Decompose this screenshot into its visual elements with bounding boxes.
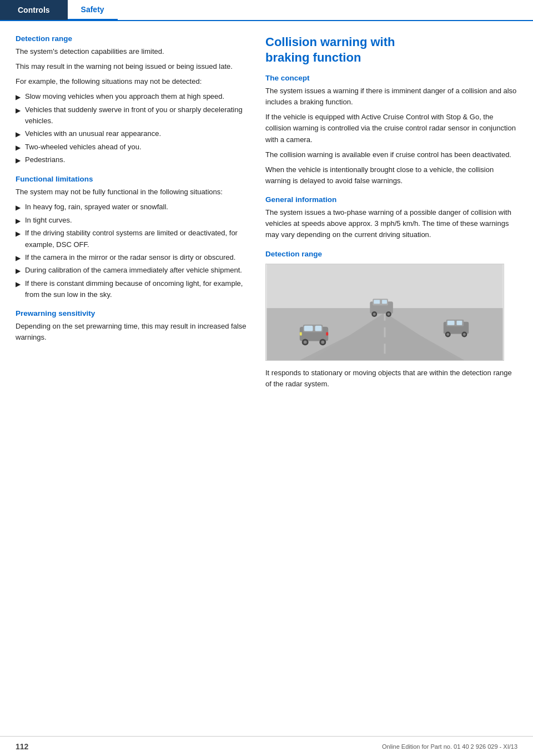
right-column: Collision warning with braking function …	[265, 34, 517, 394]
func-limits-p1: The system may not be fully functional i…	[16, 187, 249, 198]
bullet-arrow-icon: ▶	[16, 129, 21, 140]
svg-rect-26	[457, 320, 462, 325]
list-item: ▶If there is constant dimming because of…	[16, 278, 249, 300]
top-nav: Controls Safety	[0, 0, 533, 21]
bullet-arrow-icon: ▶	[16, 105, 21, 116]
detection-range-heading-right: Detection range	[265, 250, 517, 258]
bullet-arrow-icon: ▶	[16, 229, 21, 239]
detection-range-bullets: ▶Slow moving vehicles when you approach …	[16, 91, 249, 166]
detection-range-p3: For example, the following situations ma…	[16, 76, 249, 87]
list-item: ▶Pedestrians.	[16, 154, 249, 166]
detection-range-p1-right: It responds to stationary or moving obje…	[265, 367, 517, 390]
list-item: ▶If the driving stability control system…	[16, 228, 249, 250]
svg-rect-18	[382, 300, 387, 304]
detection-range-image	[265, 264, 504, 361]
footer-text: Online Edition for Part no. 01 40 2 926 …	[382, 743, 517, 750]
general-info-heading: General information	[265, 195, 517, 204]
detection-range-p2: This may result in the warning not being…	[16, 61, 249, 72]
svg-rect-25	[447, 320, 455, 325]
list-item: ▶In heavy fog, rain, sprayed water or sn…	[16, 201, 249, 213]
bullet-arrow-icon: ▶	[16, 203, 21, 213]
detection-range-svg	[266, 264, 504, 360]
concept-p3: The collision warning is available even …	[265, 149, 517, 160]
func-limits-bullets: ▶In heavy fog, rain, sprayed water or sn…	[16, 201, 249, 300]
bullet-arrow-icon: ▶	[16, 266, 21, 276]
svg-point-12	[321, 340, 324, 344]
list-item: ▶In tight curves.	[16, 215, 249, 226]
bullet-arrow-icon: ▶	[16, 143, 21, 153]
svg-rect-13	[300, 332, 302, 335]
svg-point-20	[373, 313, 376, 315]
list-item: ▶During calibration of the camera immedi…	[16, 265, 249, 276]
tab-controls[interactable]: Controls	[0, 0, 68, 20]
svg-rect-8	[315, 325, 321, 331]
concept-p2: If the vehicle is equipped with Active C…	[265, 112, 517, 145]
list-item: ▶Vehicles with an unusual rear appearanc…	[16, 128, 249, 140]
concept-heading: The concept	[265, 74, 517, 82]
svg-point-30	[463, 333, 466, 336]
content-area: Detection range The system's detection c…	[0, 21, 533, 416]
detection-range-heading-left: Detection range	[16, 34, 249, 43]
svg-point-10	[304, 340, 307, 344]
bullet-arrow-icon: ▶	[16, 216, 21, 226]
concept-p4: When the vehicle is intentionally brough…	[265, 164, 517, 187]
bullet-arrow-icon: ▶	[16, 279, 21, 290]
svg-point-22	[387, 313, 390, 315]
bullet-arrow-icon: ▶	[16, 155, 21, 166]
list-item: ▶Slow moving vehicles when you approach …	[16, 91, 249, 103]
prewarning-p1: Depending on the set prewarning time, th…	[16, 321, 249, 343]
big-heading: Collision warning with braking function	[265, 34, 517, 65]
bullet-arrow-icon: ▶	[16, 253, 21, 264]
svg-rect-14	[326, 332, 328, 335]
functional-limitations-heading: Functional limitations	[16, 175, 249, 183]
list-item: ▶If the camera in the mirror or the rada…	[16, 252, 249, 264]
page-number: 112	[16, 742, 28, 751]
tab-safety[interactable]: Safety	[68, 0, 118, 20]
list-item: ▶Vehicles that suddenly swerve in front …	[16, 104, 249, 127]
general-info-p1: The system issues a two-phase warning of…	[265, 207, 517, 240]
list-item: ▶Two-wheeled vehicles ahead of you.	[16, 142, 249, 153]
footer: 112 Online Edition for Part no. 01 40 2 …	[0, 736, 533, 756]
detection-range-p1: The system's detection capabilities are …	[16, 46, 249, 57]
concept-p1: The system issues a warning if there is …	[265, 85, 517, 108]
prewarning-sensitivity-heading: Prewarning sensitivity	[16, 309, 249, 317]
svg-rect-7	[304, 325, 313, 331]
svg-rect-17	[374, 300, 380, 304]
bullet-arrow-icon: ▶	[16, 92, 21, 103]
svg-point-28	[446, 333, 449, 336]
left-column: Detection range The system's detection c…	[16, 34, 249, 394]
